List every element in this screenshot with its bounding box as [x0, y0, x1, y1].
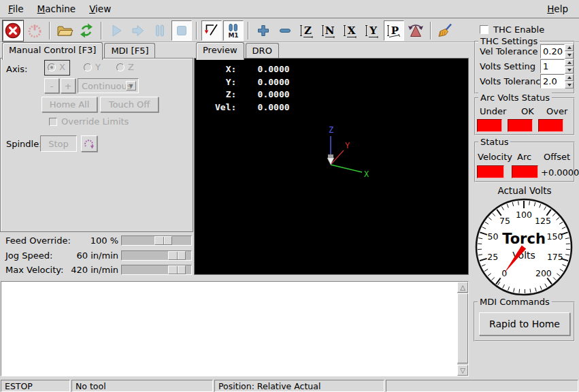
zoom-out-button[interactable] — [275, 20, 295, 41]
volts-tolerance-spinbox[interactable]: 2.0 — [540, 74, 574, 88]
jog-plus-button[interactable]: + — [61, 78, 76, 93]
offset-value: +0.0000 — [541, 167, 579, 178]
feed-override-slider[interactable] — [121, 235, 192, 246]
svg-text:25: 25 — [487, 252, 498, 262]
clear-plot-button[interactable] — [435, 20, 456, 41]
override-limits-checkbox[interactable]: Override Limits — [49, 116, 129, 127]
slider-handle[interactable] — [168, 251, 186, 260]
dro-readout: X: 0.0000 Y: 0.0000 Z: 0.0000 Vel: 0.000… — [215, 63, 290, 114]
tab-dro[interactable]: DRO — [246, 43, 279, 59]
axis-radio-y[interactable]: Y — [84, 62, 101, 74]
zoom-in-button[interactable] — [253, 20, 274, 41]
svg-text:Y: Y — [369, 24, 377, 37]
thc-enable-label: THC Enable — [493, 24, 544, 35]
tab-preview[interactable]: Preview — [196, 42, 244, 60]
slider-handle[interactable] — [154, 236, 172, 245]
vel-tolerance-spinbox[interactable]: 0.20 — [540, 44, 574, 59]
step-icon — [129, 22, 147, 39]
step-button[interactable] — [128, 20, 148, 41]
spin-down-button[interactable] — [565, 82, 574, 88]
view-top-z-button[interactable]: Z — [297, 20, 317, 41]
over-label: Over — [546, 106, 567, 116]
dro-z: Z: 0.0000 — [215, 89, 290, 99]
under-label: Under — [480, 106, 506, 116]
view-rotated-top-button[interactable]: N — [318, 20, 339, 41]
view-front-y-button[interactable]: Y — [362, 20, 382, 41]
axis-radio-z[interactable]: Z — [116, 62, 134, 74]
rotate-view-button[interactable] — [406, 20, 426, 41]
dro-x: X: 0.0000 — [215, 64, 290, 74]
preview-notebook-tabs: Preview DRO — [196, 43, 280, 59]
jog-minus-button[interactable]: - — [44, 78, 59, 93]
gauge-title: Torch — [502, 231, 546, 247]
spindle-brake-icon — [83, 137, 95, 150]
skip-lines-button[interactable] — [201, 20, 222, 41]
toolbar-separator — [49, 22, 50, 39]
menu-view[interactable]: View — [82, 1, 118, 16]
rapid-to-home-button[interactable]: Rapid to Home — [479, 312, 570, 336]
tab-manual-control[interactable]: Manual Control [F3] — [2, 42, 103, 60]
run-button[interactable] — [106, 20, 127, 41]
optional-pause-m1-icon: M1 — [225, 22, 242, 39]
view-front-y-icon: Y — [363, 22, 381, 39]
jog-mode-combobox[interactable]: Continuous ▼ — [78, 78, 139, 93]
svg-text:150: 150 — [547, 231, 563, 242]
volts-tolerance-value[interactable]: 2.0 — [540, 74, 565, 88]
pause-button[interactable] — [150, 20, 170, 41]
arc-volts-status-group: Arc Volts Status Under OK Over — [474, 97, 575, 135]
axis-y-label: Y — [95, 62, 101, 72]
menu-bar: File Machine View Help — [0, 0, 579, 18]
menu-machine[interactable]: Machine — [31, 1, 83, 16]
log-vertical-scrollbar[interactable]: △ ▽ — [457, 282, 468, 376]
velocity-indicator — [477, 165, 504, 178]
vel-tolerance-value[interactable]: 0.20 — [540, 44, 565, 59]
spin-up-button[interactable] — [565, 59, 574, 66]
spin-up-button[interactable] — [565, 74, 574, 81]
estop-button[interactable] — [3, 20, 23, 41]
thc-settings-group: THC Settings Vel Tolerance 0.20 Volts Se… — [474, 41, 575, 94]
reload-button[interactable] — [76, 20, 97, 41]
thc-enable-checkbox[interactable]: THC Enable — [480, 24, 544, 35]
touch-off-button[interactable]: Touch Off — [100, 97, 159, 112]
scroll-down-arrow-icon[interactable]: ▽ — [457, 365, 468, 376]
spindle-stop-button[interactable]: Stop — [40, 135, 77, 152]
spindle-brake-button[interactable] — [81, 135, 97, 152]
max-velocity-label: Max Velocity: — [5, 265, 63, 275]
checkbox-indicator — [49, 118, 57, 126]
tab-mdi[interactable]: MDI [F5] — [104, 43, 155, 59]
spin-down-button[interactable] — [565, 67, 574, 74]
view-perspective-button[interactable]: P — [384, 20, 404, 41]
svg-text:Z: Z — [304, 24, 312, 37]
toolbar-separator — [196, 22, 197, 39]
velocity-label: Velocity — [478, 152, 512, 162]
stop-button[interactable] — [171, 20, 192, 41]
svg-text:175: 175 — [547, 252, 563, 262]
slider-handle[interactable] — [168, 265, 186, 274]
feed-override-row: Feed Override: 100 % — [0, 235, 193, 246]
spin-down-button[interactable] — [565, 52, 574, 59]
message-log-textarea[interactable]: △ ▽ — [1, 281, 469, 376]
home-all-button[interactable]: Home All — [42, 97, 97, 112]
machine-power-button[interactable] — [24, 20, 45, 41]
open-file-button[interactable] — [54, 20, 75, 41]
volts-setting-spinbox[interactable]: 1 — [540, 59, 574, 74]
scroll-up-arrow-icon[interactable]: △ — [457, 282, 468, 293]
jog-speed-slider[interactable] — [121, 250, 192, 261]
max-velocity-slider[interactable] — [121, 265, 192, 275]
view-side-x-button[interactable]: X — [340, 20, 361, 41]
volts-setting-value[interactable]: 1 — [540, 59, 565, 74]
ok-label: OK — [521, 106, 534, 116]
radio-indicator — [116, 63, 125, 71]
spin-up-button[interactable] — [565, 44, 574, 51]
svg-text:125: 125 — [535, 216, 551, 226]
menu-help[interactable]: Help — [540, 1, 575, 16]
preview-canvas[interactable]: X: 0.0000 Y: 0.0000 Z: 0.0000 Vel: 0.000… — [194, 58, 469, 275]
triad-z-label: Z — [329, 125, 333, 135]
axis-radio-x[interactable]: X — [44, 60, 70, 76]
arc-indicator — [512, 165, 538, 178]
optional-pause-m1-button[interactable]: M1 — [223, 20, 244, 41]
open-folder-icon — [56, 22, 73, 39]
menu-file[interactable]: File — [1, 1, 31, 16]
scrollbar-thumb[interactable] — [457, 293, 468, 363]
estop-icon — [4, 22, 22, 39]
